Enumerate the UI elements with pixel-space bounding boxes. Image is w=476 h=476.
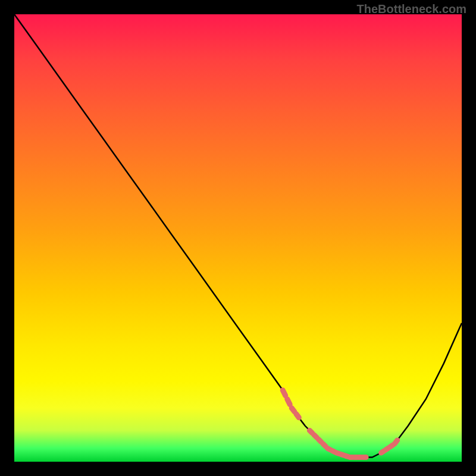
svg-line-4 xyxy=(309,430,312,433)
svg-line-3 xyxy=(296,414,299,418)
svg-line-0 xyxy=(283,390,286,396)
svg-line-5 xyxy=(314,435,317,438)
svg-line-2 xyxy=(292,408,295,412)
marker-dots xyxy=(283,390,397,458)
svg-line-7 xyxy=(323,444,326,447)
svg-line-6 xyxy=(318,439,321,442)
curve-line xyxy=(14,14,462,458)
chart-svg xyxy=(14,14,462,462)
svg-line-1 xyxy=(287,399,290,405)
watermark-text: TheBottleneck.com xyxy=(357,2,466,16)
svg-line-20 xyxy=(394,440,397,444)
